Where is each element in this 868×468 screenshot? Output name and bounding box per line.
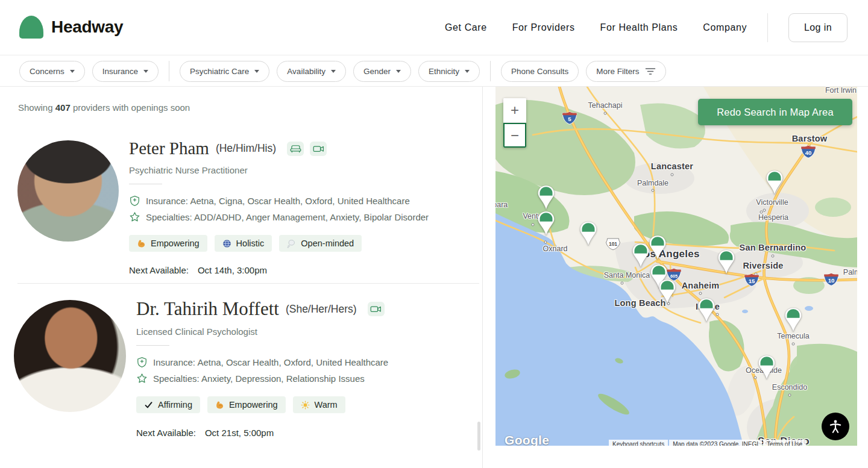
map-pin[interactable] [659, 279, 676, 304]
google-map[interactable]: Fort IrwinTehachapiBarstowLancasterPalmd… [495, 87, 857, 446]
filter-pill-label: Availability [287, 67, 326, 76]
insurance-row: Insurance: Aetna, Cigna, Oscar Health, O… [129, 195, 429, 207]
results-count-line: Showing 407 providers with openings soon [18, 102, 190, 113]
specialties-text: Specialties: Anxiety, Depression, Relati… [153, 373, 365, 384]
map-pin[interactable] [633, 243, 649, 267]
map-pin[interactable] [650, 236, 666, 260]
tag-label: Empowering [151, 239, 200, 248]
filter-pill-label: Gender [363, 67, 391, 76]
provider-name-row: Peter Pham(He/Him/His) [129, 139, 429, 158]
provider-card[interactable]: Peter Pham(He/Him/His)Psychiatric Nurse … [0, 136, 482, 283]
filter-group-divider [169, 61, 169, 81]
check-icon [144, 401, 153, 410]
provider-pronouns: (She/Her/Hers) [286, 303, 357, 316]
filter-pill-concerns[interactable]: Concerns [19, 61, 85, 82]
map-pin[interactable] [759, 355, 775, 379]
next-available-label: Next Available: [129, 265, 189, 275]
nav-divider [767, 13, 768, 42]
filter-pill-ethnicity[interactable]: Ethnicity [418, 61, 480, 82]
tag-open-minded: Open-minded [279, 235, 362, 252]
tag-warm: Warm [293, 396, 345, 413]
attribution-terms-of-use[interactable]: Terms of Use [763, 440, 806, 446]
specialties-star-icon [129, 211, 140, 223]
nav-link-for-health-plans[interactable]: For Health Plans [600, 22, 678, 33]
filter-pill-gender[interactable]: Gender [353, 61, 411, 82]
tag-label: Holistic [236, 239, 265, 248]
map-pin[interactable] [580, 222, 597, 246]
filter-pill-phone-consults[interactable]: Phone Consults [501, 61, 579, 82]
provider-pronouns: (He/Him/His) [216, 142, 276, 155]
nav-link-get-care[interactable]: Get Care [445, 22, 487, 33]
filter-bar: ConcernsInsurancePsychiatric CareAvailab… [0, 56, 868, 87]
map-pin[interactable] [767, 170, 783, 195]
specialties-text: Specialties: ADD/ADHD, Anger Management,… [146, 212, 429, 222]
insurance-text: Insurance: Aetna, Oscar Health, Oxford, … [153, 357, 388, 367]
tag-affirming: Affirming [136, 396, 200, 413]
next-available-row: Next Available:Oct 14th, 3:00pm [129, 265, 429, 275]
nav-link-for-providers[interactable]: For Providers [512, 22, 575, 33]
filter-pill-label: More Filters [596, 67, 639, 76]
redo-search-button[interactable]: Redo Search in Map Area [698, 99, 852, 125]
tag-label: Affirming [158, 400, 192, 410]
map-pin[interactable] [699, 298, 715, 322]
filter-pill-label: Psychiatric Care [190, 67, 249, 76]
zoom-out-button[interactable]: − [503, 123, 526, 148]
flex-muscle-icon [137, 239, 146, 248]
video-camera-icon [312, 143, 325, 154]
chevron-down-icon [254, 70, 259, 73]
tag-empowering: Empowering [207, 396, 286, 413]
chevron-down-icon [70, 70, 75, 73]
map-pin[interactable] [538, 186, 555, 210]
provider-title: Psychiatric Nurse Practitioner [129, 165, 429, 175]
specialties-star-icon [136, 373, 148, 384]
provider-card[interactable]: Dr. Tahirih Moffett(She/Her/Hers)License… [17, 283, 479, 468]
google-logo[interactable]: Google [505, 433, 549, 446]
provider-photo[interactable] [17, 140, 119, 242]
globe-icon [222, 239, 231, 248]
provider-tags: EmpoweringHolisticOpen-minded [129, 235, 429, 252]
tag-label: Empowering [229, 400, 278, 410]
map-pin[interactable] [538, 211, 555, 236]
filter-pill-psychiatric-care[interactable]: Psychiatric Care [180, 61, 269, 82]
title-divider [136, 345, 169, 346]
nav-link-company[interactable]: Company [703, 22, 747, 33]
attribution-keyboard-shortcuts[interactable]: Keyboard shortcuts [609, 440, 668, 446]
list-map-divider [482, 87, 483, 468]
provider-name-row: Dr. Tahirih Moffett(She/Her/Hers) [136, 298, 388, 320]
next-available-value: Oct 14th, 3:00pm [198, 265, 267, 275]
headway-logo[interactable]: Headway [19, 16, 123, 39]
provider-photo[interactable] [14, 300, 126, 412]
map-pin[interactable] [785, 308, 802, 332]
filter-pill-label: Phone Consults [511, 67, 568, 76]
next-available-value: Oct 21st, 5:00pm [205, 428, 274, 438]
list-scrollbar-thumb[interactable] [477, 422, 480, 451]
attribution-map-data-2023-google-inegi: Map data ©2023 Google, INEGI [669, 440, 762, 446]
filter-pill-more-filters[interactable]: More Filters [586, 61, 665, 82]
armchair-icon [289, 143, 302, 154]
insurance-shield-icon [136, 357, 148, 368]
next-available-row: Next Available:Oct 21st, 5:00pm [136, 428, 388, 438]
next-available-label: Next Available: [136, 428, 196, 438]
provider-name: Peter Pham [129, 139, 209, 158]
zoom-in-button[interactable]: + [503, 98, 526, 123]
provider-name: Dr. Tahirih Moffett [136, 298, 279, 320]
filter-pill-insurance[interactable]: Insurance [92, 61, 159, 82]
filter-pill-label: Ethnicity [429, 67, 459, 76]
flex-muscle-icon [215, 401, 224, 410]
tag-holistic: Holistic [215, 235, 272, 252]
provider-info: Peter Pham(He/Him/His)Psychiatric Nurse … [129, 139, 429, 275]
filter-pill-label: Concerns [30, 67, 64, 76]
specialties-row: Specialties: Anxiety, Depression, Relati… [136, 373, 388, 384]
map-pin[interactable] [719, 250, 735, 274]
filter-pill-availability[interactable]: Availability [277, 61, 346, 82]
filter-group-divider [490, 61, 491, 81]
provider-tags: AffirmingEmpoweringWarm [136, 396, 388, 413]
headway-wordmark: Headway [51, 17, 123, 37]
accessibility-button[interactable] [822, 413, 849, 440]
tag-label: Open-minded [301, 239, 354, 248]
insurance-row: Insurance: Aetna, Oscar Health, Oxford, … [136, 357, 388, 368]
login-button[interactable]: Log in [788, 13, 848, 42]
filter-pill-label: Insurance [102, 67, 138, 76]
provider-list: Showing 407 providers with openings soon… [0, 87, 482, 468]
armchair-badge [287, 142, 304, 156]
